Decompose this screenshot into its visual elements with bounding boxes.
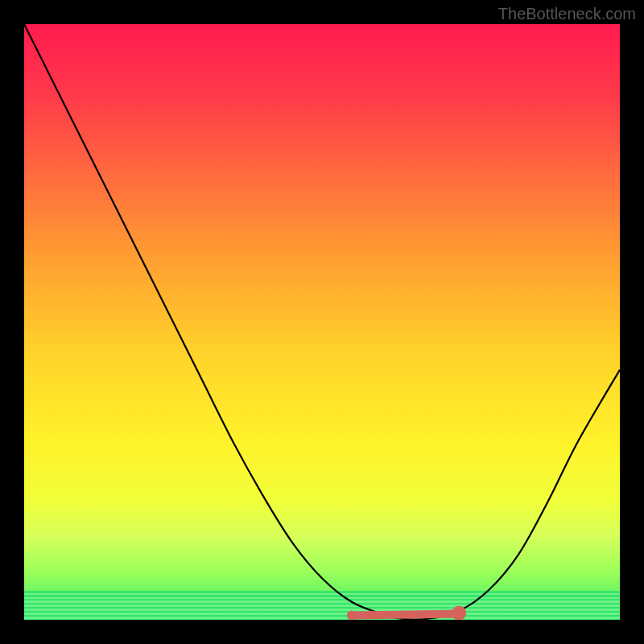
optimal-range-marker	[352, 614, 459, 616]
chart-container: TheBottleneck.com	[0, 0, 644, 644]
optimal-end-dot-icon	[452, 606, 466, 620]
chart-svg	[24, 24, 620, 620]
bottleneck-curve	[24, 24, 620, 619]
optimal-start-dot-icon	[347, 611, 357, 620]
attribution-text: TheBottleneck.com	[498, 5, 636, 23]
